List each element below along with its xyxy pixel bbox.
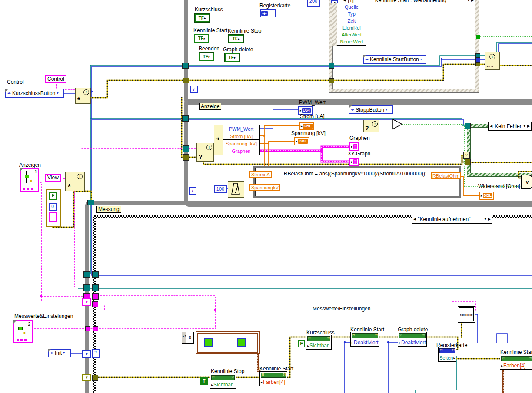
kennlinie-start-farben2-property-node[interactable]: ?!?! ▸Farben[4]	[500, 355, 532, 370]
view-string-constant[interactable]: View	[45, 174, 61, 182]
graph-delete-property-node[interactable]: ?!?! ▸Deaktiviert	[398, 332, 427, 347]
tunnel[interactable]	[85, 326, 90, 331]
tunnel[interactable]	[329, 78, 334, 83]
index-arrows-icon[interactable]: ▲▼	[182, 332, 186, 343]
tunnel[interactable]	[329, 63, 334, 69]
tunnel[interactable]	[476, 35, 480, 39]
color-box-constant[interactable]	[204, 338, 213, 347]
tunnel[interactable]	[475, 53, 480, 58]
next-case-icon[interactable]: ▶	[471, 0, 474, 2]
kennlinie-subvi[interactable]: Kennlinie	[458, 306, 475, 323]
comparison-node[interactable]	[392, 119, 403, 130]
kennlinie-startbutton-ref-constant[interactable]: ◂▸ Kennlinie StartButton ▾	[363, 55, 426, 64]
spannung-indicator-terminal[interactable]: ▸DBL	[294, 137, 309, 145]
tunnel[interactable]	[92, 293, 99, 300]
dropdown-icon[interactable]: ▾	[63, 351, 65, 355]
shift-register-left[interactable]: ▼	[82, 298, 91, 306]
error-case-selector[interactable]: ◀ Kein Fehler ▾ ▶	[488, 122, 532, 131]
wait-ms-node[interactable]	[228, 181, 244, 198]
tunnel[interactable]	[183, 78, 189, 83]
kennlinie-start-deaktiviert-property-node[interactable]: ?!?! ▸Deaktiviert	[350, 332, 379, 347]
dropdown-icon[interactable]: ▾	[468, 0, 469, 2]
next-case-icon[interactable]: ▶	[488, 218, 491, 221]
iteration-terminal[interactable]: i	[189, 187, 196, 195]
boolean-false-constant[interactable]: F	[49, 192, 57, 200]
messung-case-selector[interactable]: ◀ "Kennlinie aufnehmen" ▾ ▶	[412, 215, 492, 224]
dropdown-icon[interactable]: ▾	[386, 108, 387, 112]
event-structure-border-right[interactable]	[475, 0, 479, 92]
iteration-terminal[interactable]: i	[190, 86, 198, 93]
formula-input-stromua[interactable]: StromuA	[249, 171, 272, 178]
kurzschluss-property-node[interactable]: ?!?! ▸Sichtbar	[306, 335, 332, 350]
kennlinie-start-terminal[interactable]: TF▸	[194, 34, 209, 43]
generate-user-event-node[interactable]: ! ▪○→	[485, 52, 500, 70]
next-case-icon[interactable]: ▶	[527, 125, 530, 128]
tunnel[interactable]	[183, 145, 189, 152]
dropdown-icon[interactable]: ▾	[420, 58, 422, 61]
graphen-indicator-terminal[interactable]: ▸▒	[349, 142, 359, 151]
error-cluster-constant[interactable]: F 0	[46, 189, 61, 227]
tunnel[interactable]	[83, 284, 90, 291]
tunnel[interactable]	[83, 271, 90, 278]
color-box-constant[interactable]	[237, 338, 246, 347]
tunnel[interactable]	[475, 62, 480, 66]
array-index-box[interactable]: ▲▼ 0	[182, 332, 194, 344]
boolean-false-constant[interactable]: F	[298, 340, 305, 347]
prev-case-icon[interactable]: ◀	[343, 0, 346, 2]
widerstand-indicator-terminal[interactable]: ▸DBL	[479, 192, 494, 200]
tunnel[interactable]	[93, 326, 98, 331]
tunnel[interactable]	[87, 200, 94, 205]
kurzschluss-terminal[interactable]: TF▸	[195, 14, 209, 22]
strom-indicator-terminal[interactable]: ▸DBL	[299, 122, 314, 130]
tunnel[interactable]	[92, 284, 99, 291]
dropdown-icon[interactable]: ▾	[57, 92, 58, 95]
while-loop-messung[interactable]	[85, 201, 532, 393]
prev-case-icon[interactable]: ◀	[413, 218, 416, 221]
event-data-field[interactable]: NeuerWert	[337, 38, 366, 46]
color-array-constant[interactable]	[196, 331, 260, 354]
tunnel[interactable]	[182, 115, 189, 122]
graph-delete-terminal[interactable]: TF▸	[225, 53, 239, 62]
unbundle-by-name-node[interactable]: ➜ PWM_Wert Strom [uA] Spannung [kV] Grap…	[214, 125, 259, 154]
xy-graph-indicator-terminal[interactable]: ▸▒	[349, 158, 359, 166]
anzeigen-control-terminal[interactable]: 1 ◄	[20, 168, 39, 192]
error-check-node[interactable]: ! ?	[196, 143, 214, 162]
empty-string-constant[interactable]	[49, 212, 57, 222]
control-string-constant[interactable]: Control	[45, 75, 66, 83]
init-enum-constant[interactable]: ◂▸ Init ▾	[48, 349, 71, 357]
event-data-node-strip[interactable]	[331, 3, 337, 46]
registerkarte-terminal[interactable]: ◂▮▸	[260, 9, 276, 17]
case-structure-error-border-left[interactable]	[467, 124, 470, 176]
stoppbutton-ref-constant[interactable]: ◂▸ StoppButton ▾	[349, 105, 393, 114]
kennlinie-stop-terminal[interactable]: TF▸	[229, 35, 243, 43]
tunnel[interactable]	[183, 154, 189, 161]
kennlinie-start-farben-property-node[interactable]: ?!?! ▸Farben[4]	[259, 371, 287, 386]
tunnel[interactable]	[92, 301, 98, 307]
tunnel[interactable]	[465, 123, 471, 129]
formula-output-rbelastohm[interactable]: RBelastOhm	[431, 172, 461, 179]
messwerte-control-terminal[interactable]: 2 ◄	[13, 320, 33, 343]
linked-tunnel[interactable]: ?	[463, 152, 470, 159]
tunnel[interactable]	[92, 375, 98, 381]
formula-node[interactable]: RBelastOhm = abs((SpannungkV*1000)/(Stro…	[253, 166, 461, 198]
boolean-true-constant[interactable]: T	[200, 377, 208, 385]
shift-register-left[interactable]: ▼	[82, 350, 91, 358]
formula-input-spannungkv[interactable]: SpannungkV	[249, 184, 280, 191]
error-status-node[interactable]: ! ?	[363, 120, 379, 132]
registerkarte-property-node[interactable]: ?!?! Seiten▸	[438, 347, 456, 362]
register-events-node[interactable]: ! *	[75, 88, 91, 104]
dropdown-icon[interactable]: ▾	[485, 218, 486, 221]
or-function-node[interactable]: v	[521, 175, 532, 189]
wait-ms-constant[interactable]: 100	[214, 185, 227, 193]
case-tunnel-question[interactable]: ?	[92, 349, 100, 358]
tunnel[interactable]	[92, 271, 99, 278]
unbundle-field[interactable]: Graphen	[223, 147, 260, 155]
tunnel[interactable]	[465, 159, 471, 165]
timeout-constant[interactable]: 200	[307, 0, 320, 7]
kennlinie-stop-property-node[interactable]: ?!?! ▸Sichtbar	[210, 374, 236, 389]
kurzschlussbutton-ref-constant[interactable]: ◂▸ KurzschlussButton ▾	[5, 89, 64, 98]
prev-case-icon[interactable]: ◀	[490, 125, 492, 128]
dropdown-icon[interactable]: ▾	[524, 125, 525, 128]
tunnel[interactable]	[182, 63, 189, 69]
numeric-zero-constant[interactable]: 0	[49, 203, 57, 211]
